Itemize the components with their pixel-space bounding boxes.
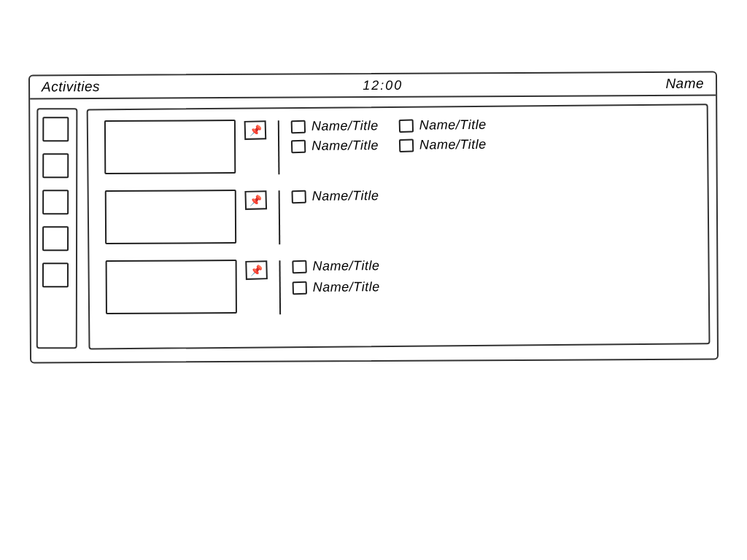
window-title: Name/Title: [311, 118, 379, 134]
pin-button[interactable]: 📌: [244, 190, 267, 210]
dash-sidebar: [36, 108, 78, 349]
dash-app-icon[interactable]: [42, 262, 69, 287]
window-title: Name/Title: [312, 188, 379, 204]
divider: [279, 260, 281, 314]
window-icon: [291, 190, 306, 203]
window-title: Name/Title: [419, 117, 487, 133]
workspace-row: 📌 Name/Title Name/Title Name/Title: [104, 115, 694, 177]
window-icon: [291, 120, 306, 133]
window-list: Name/Title Name/Title Name/Title Name/Ti…: [291, 117, 487, 154]
window-item[interactable]: Name/Title: [292, 258, 379, 274]
top-panel: Activities 12:00 Name: [30, 73, 716, 100]
pin-button[interactable]: 📌: [244, 120, 267, 140]
window-item[interactable]: Name/Title: [293, 279, 380, 295]
divider: [279, 190, 281, 244]
window-item[interactable]: Name/Title: [291, 118, 379, 134]
window-item[interactable]: Name/Title: [292, 188, 379, 204]
window-icon: [292, 260, 306, 273]
window-title: Name/Title: [312, 258, 379, 274]
window-list: Name/Title: [292, 188, 379, 204]
workspace-row: 📌 Name/Title: [105, 185, 695, 247]
pin-button[interactable]: 📌: [245, 260, 268, 280]
window-icon: [291, 139, 306, 153]
workspace-list: 📌 Name/Title Name/Title Name/Title: [87, 104, 711, 349]
window-list: Name/Title Name/Title: [292, 258, 379, 295]
divider: [278, 120, 280, 174]
window-item[interactable]: Name/Title: [399, 137, 487, 153]
window-icon: [399, 139, 414, 152]
clock-label[interactable]: 12:00: [363, 77, 403, 93]
window-icon: [399, 119, 414, 133]
pin-icon: 📌: [249, 124, 261, 136]
dash-app-icon[interactable]: [42, 117, 69, 141]
window-title: Name/Title: [311, 138, 379, 154]
workspace-thumbnail[interactable]: [106, 260, 237, 314]
window-title: Name/Title: [419, 137, 487, 153]
window-item[interactable]: Name/Title: [399, 117, 487, 133]
workspace-row: 📌 Name/Title Name/Title: [105, 255, 695, 317]
activities-label[interactable]: Activities: [42, 79, 100, 95]
workspace-thumbnail[interactable]: [105, 190, 236, 244]
pin-icon: 📌: [250, 264, 263, 276]
desktop-shell: Activities 12:00 Name 📌 Na: [28, 71, 719, 364]
pin-icon: 📌: [249, 194, 262, 206]
dash-app-icon[interactable]: [42, 190, 69, 214]
dash-app-icon[interactable]: [42, 226, 69, 251]
workspace-thumbnail[interactable]: [104, 120, 236, 174]
window-item[interactable]: Name/Title: [291, 138, 379, 154]
window-title: Name/Title: [313, 279, 380, 295]
window-icon: [293, 281, 307, 295]
user-menu-label[interactable]: Name: [665, 76, 704, 92]
dash-app-icon[interactable]: [42, 153, 69, 178]
overview-area: 📌 Name/Title Name/Title Name/Title: [30, 96, 717, 362]
